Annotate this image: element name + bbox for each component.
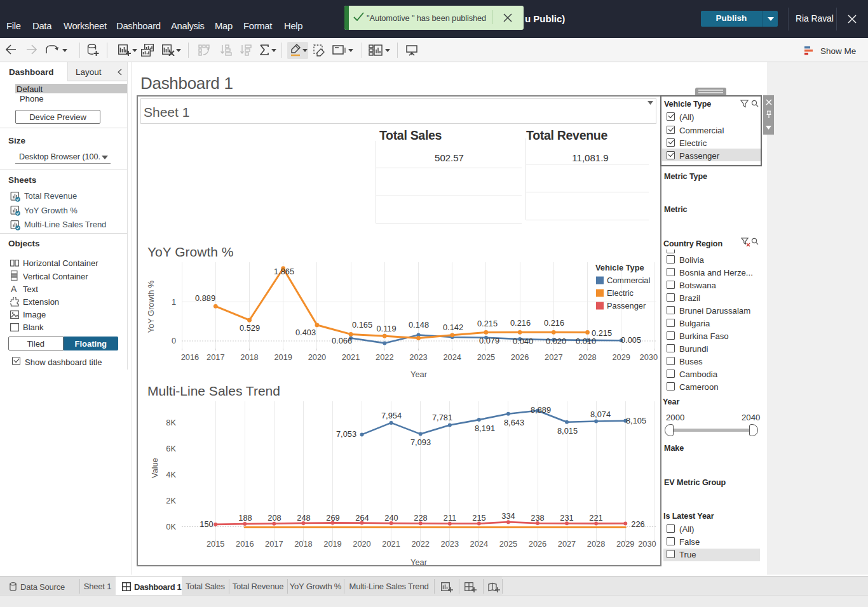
svg-text:2020: 2020 [308, 352, 326, 362]
svg-text:231: 231 [560, 513, 573, 523]
svg-text:0.215: 0.215 [477, 319, 498, 328]
svg-text:2029: 2029 [616, 539, 634, 549]
svg-text:2027: 2027 [558, 539, 576, 549]
svg-text:Total Revenue: Total Revenue [526, 128, 607, 142]
svg-text:2026: 2026 [511, 352, 529, 362]
svg-text:2022: 2022 [376, 352, 393, 362]
svg-text:226: 226 [631, 519, 644, 529]
svg-text:8,889: 8,889 [531, 405, 551, 415]
svg-text:0.010: 0.010 [576, 337, 596, 346]
svg-text:7,954: 7,954 [381, 411, 402, 420]
svg-text:8K: 8K [166, 418, 176, 427]
svg-text:264: 264 [355, 513, 369, 523]
svg-text:2023: 2023 [441, 539, 459, 549]
svg-text:211: 211 [444, 513, 456, 523]
svg-text:0.005: 0.005 [621, 335, 641, 345]
svg-text:1.865: 1.865 [274, 267, 294, 276]
svg-text:248: 248 [297, 513, 310, 523]
svg-text:Commercial: Commercial [607, 276, 650, 285]
svg-text:221: 221 [589, 513, 602, 523]
svg-text:2027: 2027 [545, 352, 562, 362]
svg-text:188: 188 [238, 513, 252, 523]
svg-text:Value: Value [150, 458, 159, 478]
svg-text:11,081.9: 11,081.9 [572, 152, 608, 163]
svg-text:0.066: 0.066 [332, 336, 352, 345]
svg-text:2019: 2019 [323, 539, 341, 549]
svg-text:0.216: 0.216 [544, 318, 564, 328]
svg-text:334: 334 [501, 511, 515, 521]
svg-text:2016: 2016 [181, 352, 199, 362]
svg-text:2018: 2018 [240, 352, 258, 362]
svg-text:2016: 2016 [236, 539, 254, 549]
svg-text:2023: 2023 [409, 352, 427, 362]
svg-text:YoY Growth %: YoY Growth % [146, 281, 156, 333]
svg-text:2019: 2019 [274, 352, 292, 362]
svg-text:240: 240 [384, 513, 398, 523]
svg-text:0.889: 0.889 [195, 293, 215, 303]
svg-text:0.020: 0.020 [546, 337, 566, 346]
svg-text:8,191: 8,191 [475, 424, 495, 433]
svg-text:208: 208 [268, 513, 281, 523]
svg-text:8,015: 8,015 [557, 426, 578, 436]
svg-text:Vehicle Type: Vehicle Type [595, 263, 644, 272]
svg-text:7,781: 7,781 [432, 413, 452, 422]
svg-text:8,074: 8,074 [590, 410, 611, 419]
svg-text:6K: 6K [166, 444, 176, 453]
svg-text:2029: 2029 [612, 352, 630, 362]
svg-text:0.529: 0.529 [240, 323, 260, 333]
svg-text:1: 1 [172, 297, 176, 307]
svg-text:2025: 2025 [477, 352, 495, 362]
svg-text:2017: 2017 [207, 352, 224, 362]
svg-text:2015: 2015 [207, 539, 224, 549]
svg-text:2024: 2024 [443, 352, 461, 362]
svg-text:2028: 2028 [578, 352, 596, 362]
svg-text:0.216: 0.216 [510, 318, 531, 328]
svg-text:0.403: 0.403 [295, 328, 316, 337]
svg-text:2021: 2021 [342, 352, 360, 362]
svg-text:2030: 2030 [640, 352, 658, 362]
svg-text:0.142: 0.142 [443, 323, 463, 332]
svg-text:150: 150 [200, 519, 213, 529]
svg-text:228: 228 [414, 513, 427, 523]
svg-text:2K: 2K [166, 496, 176, 505]
svg-text:502.57: 502.57 [435, 152, 464, 163]
svg-text:269: 269 [326, 513, 339, 523]
svg-text:Total Sales: Total Sales [379, 128, 442, 142]
svg-text:0.165: 0.165 [352, 320, 372, 330]
svg-text:Passenger: Passenger [607, 301, 646, 310]
svg-text:8,643: 8,643 [504, 418, 524, 427]
svg-text:238: 238 [531, 513, 544, 523]
svg-text:0.148: 0.148 [409, 320, 429, 330]
svg-text:2025: 2025 [499, 539, 517, 549]
svg-text:0.119: 0.119 [376, 324, 396, 333]
svg-text:2021: 2021 [382, 539, 400, 549]
svg-text:0: 0 [172, 336, 176, 345]
svg-text:2022: 2022 [411, 539, 429, 549]
svg-text:YoY Growth %: YoY Growth % [147, 244, 233, 259]
svg-text:0.079: 0.079 [479, 336, 499, 345]
svg-text:7,093: 7,093 [410, 437, 431, 447]
svg-text:2030: 2030 [638, 539, 656, 549]
svg-text:215: 215 [472, 513, 485, 523]
svg-text:2018: 2018 [294, 539, 312, 549]
svg-text:8,105: 8,105 [626, 416, 646, 425]
svg-text:2024: 2024 [470, 539, 488, 549]
svg-text:4K: 4K [166, 470, 176, 479]
svg-text:Year: Year [410, 557, 428, 567]
svg-text:2028: 2028 [587, 539, 605, 549]
svg-text:Year: Year [410, 370, 428, 379]
svg-text:0.040: 0.040 [513, 337, 533, 346]
svg-text:7,053: 7,053 [336, 429, 356, 439]
svg-text:0K: 0K [166, 522, 176, 531]
svg-text:2026: 2026 [529, 539, 546, 549]
svg-text:2017: 2017 [265, 539, 283, 549]
svg-text:2020: 2020 [353, 539, 370, 549]
svg-text:Multi-Line Sales Trend: Multi-Line Sales Trend [147, 384, 280, 398]
svg-text:Electric: Electric [607, 288, 634, 298]
